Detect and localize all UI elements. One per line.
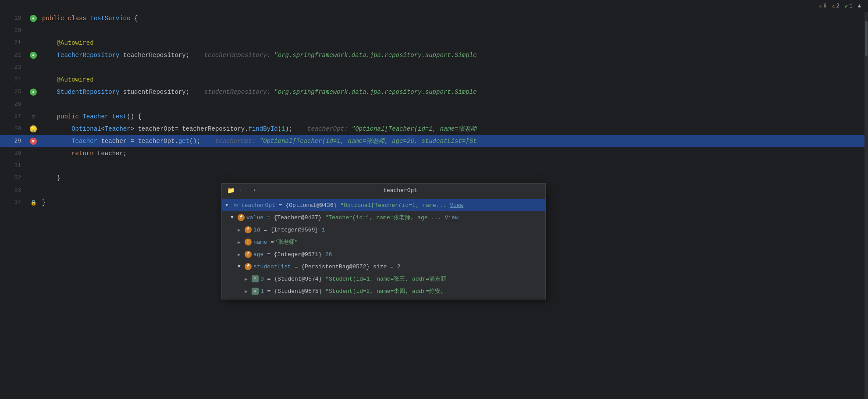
view-teacherOpt[interactable]: View xyxy=(450,202,463,209)
line-num-33: 33 xyxy=(0,184,26,196)
gutter-27: ▽ xyxy=(26,110,40,123)
obj-studentList: = {PersistentBag@9572} xyxy=(291,264,373,270)
collapse-icon[interactable]: ▲ xyxy=(858,3,861,9)
debug-row-student-1[interactable]: ▶ ≡ 1 = {Student@9575} "Student(id=2, na… xyxy=(222,285,545,297)
expand-arrow-name: ▶ xyxy=(238,239,245,245)
warning-count-yellow[interactable]: ⚠ 2 xyxy=(832,3,839,9)
orange-triangle-icon: ⚠ xyxy=(819,3,822,9)
breakpoint-22[interactable]: ● xyxy=(30,52,37,59)
line-num-20: 20 xyxy=(0,25,26,37)
bulb-icon-28[interactable]: 💡 xyxy=(30,125,37,132)
code-line-22: 22 ● TeacherRepository teacherRepository… xyxy=(0,49,868,61)
gutter-32 xyxy=(26,172,40,184)
folder-icon: 📁 xyxy=(227,187,235,194)
expand-arrow-id: ▶ xyxy=(238,227,245,233)
gutter-20 xyxy=(26,25,40,37)
check-count[interactable]: ✔ 1 xyxy=(845,3,853,10)
code-content-31 xyxy=(40,160,868,172)
warning-count-orange[interactable]: ⚠ 6 xyxy=(819,3,826,9)
code-content-21: @Autowired xyxy=(40,37,868,49)
var-age: age xyxy=(253,251,263,258)
check-count-value: 1 xyxy=(850,3,853,9)
warnings-bar: ⚠ 6 ⚠ 2 ✔ 1 ▲ xyxy=(819,3,861,10)
val-s0: "Student(id=1, name=张三, addr=浦东新 xyxy=(325,275,446,283)
debug-row-age[interactable]: ▶ f age = {Integer@9571} 26 xyxy=(222,248,545,260)
line-num-24: 24 xyxy=(0,74,26,86)
expand-arrow-1: ▼ xyxy=(231,215,238,220)
gutter-25: ● xyxy=(26,86,40,98)
line-num-28: 28 xyxy=(0,123,26,135)
debug-nav-forward[interactable]: → xyxy=(249,186,257,194)
debug-nav-back[interactable]: ← xyxy=(238,186,246,194)
var-s1: 1 xyxy=(260,288,264,295)
code-content-32: } xyxy=(40,172,868,184)
line-num-27: 27 xyxy=(0,110,26,123)
code-content-28: Optional<Teacher> teacherOpt= teacherRep… xyxy=(40,123,868,135)
line-num-25: 25 xyxy=(0,86,26,98)
fold-arrow-27[interactable]: ▽ xyxy=(30,113,37,120)
eq-badge-0: ≡ xyxy=(252,275,259,282)
var-s0: 0 xyxy=(260,276,264,282)
debug-row-studentList[interactable]: ▼ f studentList = {PersistentBag@9572} s… xyxy=(222,260,545,273)
debug-row-id[interactable]: ▶ f id = {Integer@9569} 1 xyxy=(222,224,545,236)
code-line-31: 31 xyxy=(0,160,868,172)
top-bar: ⚠ 6 ⚠ 2 ✔ 1 ▲ xyxy=(0,0,868,12)
val-value: "Teacher(id=1, name=张老师, age ... xyxy=(325,214,445,221)
f-badge-id: f xyxy=(245,226,252,233)
val-teacherOpt: "Optional[Teacher(id=1, name... xyxy=(340,202,450,209)
gutter-24 xyxy=(26,74,40,86)
line-num-19: 19 xyxy=(0,12,26,25)
gutter-31 xyxy=(26,160,40,172)
f-badge-studentList: f xyxy=(245,263,252,270)
code-line-23: 23 xyxy=(0,61,868,74)
code-content-27: public Teacher test() { xyxy=(40,110,868,123)
debug-row-value[interactable]: ▼ f value = {Teacher@9437} "Teacher(id=1… xyxy=(222,211,545,224)
line-num-26: 26 xyxy=(0,98,26,110)
gutter-29: ✖ xyxy=(26,135,40,147)
gutter-21 xyxy=(26,37,40,49)
debug-row-teacherOpt[interactable]: ▼ ∞ teacherOpt = {Optional@9436} "Option… xyxy=(222,199,545,211)
expand-arrow-age: ▶ xyxy=(238,252,245,257)
f-badge-age: f xyxy=(245,251,252,258)
f-badge-1: f xyxy=(238,214,245,221)
var-studentList: studentList xyxy=(253,264,291,270)
eq-badge-1: ≡ xyxy=(252,288,259,295)
orange-warning-count: 6 xyxy=(823,3,826,9)
code-content-25: StudentRepository studentRepository; stu… xyxy=(40,86,868,98)
expand-arrow-studentList: ▼ xyxy=(238,264,245,269)
gutter-26 xyxy=(26,98,40,110)
gutter-19: ● xyxy=(26,12,40,25)
expand-arrow-s0: ▶ xyxy=(245,276,252,282)
breakpoint-25[interactable]: ● xyxy=(30,89,37,96)
debug-row-student-0[interactable]: ▶ ≡ 0 = {Student@9574} "Student(id=1, na… xyxy=(222,273,545,285)
code-line-27: 27 ▽ public Teacher test() { xyxy=(0,110,868,123)
debug-row-name[interactable]: ▶ f name = "张老师" xyxy=(222,236,545,248)
code-line-32: 32 } xyxy=(0,172,868,184)
gutter-34: 🔒 xyxy=(26,196,40,209)
code-content-19: public class TestService { xyxy=(40,12,868,25)
code-content-22: TeacherRepository teacherRepository; tea… xyxy=(40,49,868,61)
val-name: "张老师" xyxy=(274,238,298,246)
expand-arrow-0: ▼ xyxy=(225,203,232,208)
scrollbar[interactable] xyxy=(864,12,868,399)
code-line-25: 25 ● StudentRepository studentRepository… xyxy=(0,86,868,98)
code-line-21: 21 @Autowired xyxy=(0,37,868,49)
gutter-23 xyxy=(26,61,40,74)
scrollbar-thumb[interactable] xyxy=(865,21,868,56)
code-content-24: @Autowired xyxy=(40,74,868,86)
code-content-30: return teacher; xyxy=(40,147,868,160)
error-icon-29[interactable]: ✖ xyxy=(30,138,37,145)
lock-icon-34: 🔒 xyxy=(30,199,37,206)
code-line-28: 28 💡 Optional<Teacher> teacherOpt= teach… xyxy=(0,123,868,135)
line-num-30: 30 xyxy=(0,147,26,160)
gutter-30 xyxy=(26,147,40,160)
yellow-warning-count: 2 xyxy=(836,3,840,9)
var-value: value xyxy=(246,214,263,221)
view-value[interactable]: View xyxy=(445,214,459,221)
var-teacherOpt: teacherOpt xyxy=(241,202,275,209)
debug-popup: 📁 ← → teacherOpt ▼ ∞ teacherOpt = {Optio… xyxy=(221,183,546,299)
code-line-26: 26 xyxy=(0,98,868,110)
infinity-badge-0: ∞ xyxy=(232,202,239,209)
breakpoint-19[interactable]: ● xyxy=(30,15,37,22)
obj-s0: = {Student@9574} xyxy=(264,276,325,282)
